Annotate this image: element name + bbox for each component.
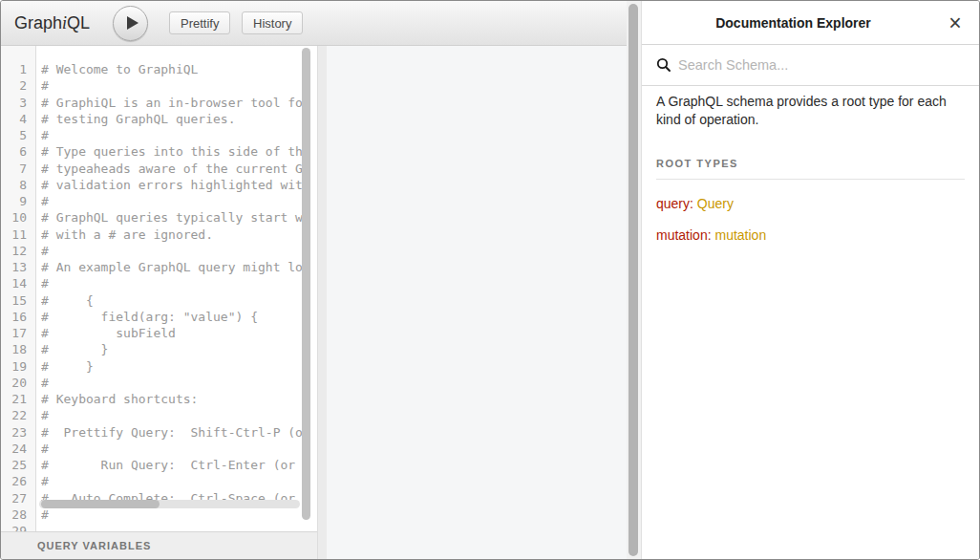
code-line: # bbox=[41, 375, 302, 391]
code-line: # Welcome to GraphiQL bbox=[41, 61, 302, 77]
code-line: # Type queries into this side of the scr… bbox=[41, 143, 302, 160]
code-line: # bbox=[41, 193, 302, 209]
line-number: 26 bbox=[1, 473, 35, 489]
scrollbar-thumb[interactable] bbox=[628, 4, 638, 556]
search-schema-input[interactable] bbox=[678, 57, 965, 73]
code-line: # bbox=[41, 77, 302, 94]
line-number: 12 bbox=[1, 243, 35, 259]
code-line: # { bbox=[41, 292, 302, 309]
doc-explorer-title: Documentation Explorer bbox=[642, 1, 945, 45]
line-number: 4 bbox=[1, 111, 35, 127]
logo-text: QL bbox=[67, 13, 90, 32]
line-number: 9 bbox=[1, 193, 35, 209]
code-line: # bbox=[41, 127, 302, 143]
code-line: # Keyboard shortcuts: bbox=[41, 391, 302, 407]
line-number: 10 bbox=[1, 209, 35, 226]
code-line: # bbox=[41, 275, 302, 291]
code-line: # subField bbox=[41, 325, 302, 341]
doc-explorer-header: Documentation Explorer × bbox=[642, 1, 979, 45]
line-number: 17 bbox=[1, 325, 35, 341]
query-editor[interactable]: 1234567891011121314151617181920212223242… bbox=[1, 46, 318, 531]
code-line: # GraphiQL is an in-browser tool for wri… bbox=[41, 95, 302, 111]
code-line: # } bbox=[41, 358, 302, 375]
field-name: query: bbox=[656, 196, 693, 211]
play-icon bbox=[127, 16, 138, 30]
line-number: 29 bbox=[1, 523, 35, 531]
line-number: 27 bbox=[1, 490, 35, 506]
schema-description: A GraphQL schema provides a root type fo… bbox=[656, 93, 965, 129]
doc-explorer: Documentation Explorer × A GraphQL schem… bbox=[641, 1, 979, 559]
code-line: # bbox=[41, 441, 302, 457]
line-number: 22 bbox=[1, 407, 35, 423]
line-number: 11 bbox=[1, 226, 35, 243]
type-name-link[interactable]: Query bbox=[697, 196, 734, 211]
line-number: 19 bbox=[1, 358, 35, 375]
root-type-item: mutation: mutation bbox=[656, 227, 965, 243]
code-line: # An example GraphQL query might look li… bbox=[41, 259, 302, 275]
root-types-heading: ROOT TYPES bbox=[656, 158, 965, 180]
editor-lines[interactable]: # Welcome to GraphiQL## GraphiQL is an i… bbox=[41, 61, 302, 531]
line-number: 6 bbox=[1, 143, 35, 160]
line-number: 2 bbox=[1, 77, 35, 94]
page-scrollbar[interactable] bbox=[627, 1, 641, 559]
execute-button[interactable] bbox=[113, 6, 148, 41]
code-line: # bbox=[41, 473, 302, 489]
line-number: 21 bbox=[1, 391, 35, 407]
code-line: # testing GraphQL queries. bbox=[41, 111, 302, 127]
code-line: # validation errors highlighted within t… bbox=[41, 177, 302, 193]
code-line: # GraphQL queries typically start with a… bbox=[41, 209, 302, 226]
line-number: 16 bbox=[1, 309, 35, 325]
logo-text: Graph bbox=[14, 13, 62, 32]
root-type-item: query: Query bbox=[656, 196, 965, 211]
line-number: 13 bbox=[1, 259, 35, 275]
schema-search-bar[interactable] bbox=[642, 45, 979, 86]
line-number: 23 bbox=[1, 424, 35, 441]
graphiql-app: GraphiQL Prettify History 12345678910111… bbox=[0, 0, 980, 560]
line-number: 14 bbox=[1, 275, 35, 291]
editor-gutter: 1234567891011121314151617181920212223242… bbox=[1, 46, 36, 531]
result-pane bbox=[327, 46, 627, 559]
line-number: 8 bbox=[1, 177, 35, 193]
line-number: 5 bbox=[1, 127, 35, 143]
code-line: # typeaheads aware of the current GraphQ… bbox=[41, 161, 302, 177]
pane-resizer[interactable] bbox=[317, 46, 327, 559]
code-line: # } bbox=[41, 341, 302, 357]
line-number: 28 bbox=[1, 506, 35, 523]
editor-vertical-scrollbar[interactable] bbox=[302, 48, 310, 520]
query-variables-title: QUERY VARIABLES bbox=[37, 532, 151, 559]
editor-horizontal-scrollbar[interactable] bbox=[39, 500, 300, 508]
line-number: 18 bbox=[1, 341, 35, 357]
search-icon bbox=[656, 57, 671, 73]
line-number: 15 bbox=[1, 292, 35, 309]
graphiql-logo: GraphiQL bbox=[14, 1, 90, 45]
code-line: # Run Query: Ctrl-Enter (or press the pl… bbox=[41, 457, 302, 473]
prettify-button[interactable]: Prettify bbox=[169, 11, 230, 34]
code-line: # Prettify Query: Shift-Ctrl-P (or press… bbox=[41, 424, 302, 441]
code-line: # with a # are ignored. bbox=[41, 226, 302, 243]
code-line: # field(arg: "value") { bbox=[41, 309, 302, 325]
close-icon[interactable]: × bbox=[941, 2, 969, 44]
code-line: # bbox=[41, 243, 302, 259]
type-name-link[interactable]: mutation bbox=[714, 227, 766, 243]
line-number: 24 bbox=[1, 441, 35, 457]
code-line: # bbox=[41, 506, 302, 523]
line-number: 25 bbox=[1, 457, 35, 473]
field-name: mutation: bbox=[656, 227, 712, 243]
line-number: 20 bbox=[1, 375, 35, 391]
root-types-list: query: Querymutation: mutation bbox=[656, 196, 965, 243]
code-line: # bbox=[41, 407, 302, 423]
query-variables-section[interactable]: QUERY VARIABLES bbox=[1, 531, 318, 559]
doc-content: A GraphQL schema provides a root type fo… bbox=[642, 86, 979, 273]
history-button[interactable]: History bbox=[242, 11, 303, 34]
code-line bbox=[41, 523, 302, 531]
line-number: 7 bbox=[1, 161, 35, 177]
line-number: 3 bbox=[1, 95, 35, 111]
scrollbar-thumb[interactable] bbox=[41, 500, 160, 508]
toolbar: GraphiQL Prettify History bbox=[1, 1, 627, 46]
line-number: 1 bbox=[1, 61, 35, 77]
